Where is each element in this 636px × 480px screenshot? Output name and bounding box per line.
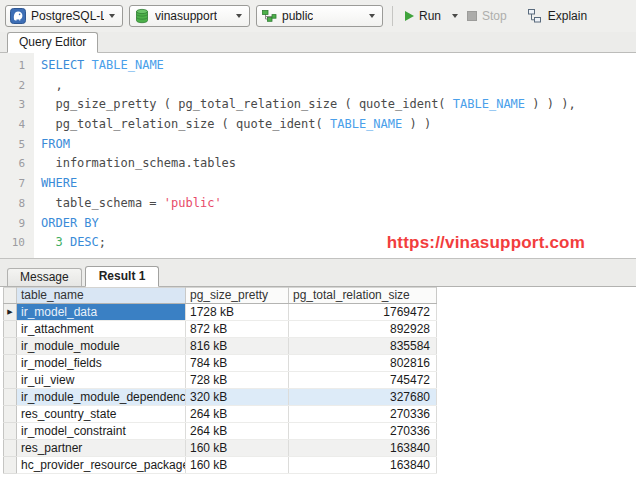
cell-pg_size_pretty[interactable]: 264 kB	[186, 406, 289, 423]
code-line: 3 pg_size_pretty ( pg_total_relation_siz…	[0, 95, 636, 115]
code-line: 7WHERE	[0, 174, 636, 194]
tab-message[interactable]: Message	[7, 268, 82, 286]
row-gutter[interactable]	[4, 355, 17, 372]
table-row: ir_attachment872 kB892928	[4, 321, 437, 338]
row-gutter[interactable]	[4, 321, 17, 338]
row-gutter-header	[4, 288, 17, 304]
line-number: 6	[0, 154, 34, 174]
cell-pg_total_relation_size[interactable]: 163840	[289, 440, 437, 457]
connection-name: PostgreSQL-Local	[31, 9, 104, 23]
cell-pg_size_pretty[interactable]: 728 kB	[186, 372, 289, 389]
cell-pg_size_pretty[interactable]: 264 kB	[186, 423, 289, 440]
line-number: 1	[0, 56, 34, 76]
tab-query-editor[interactable]: Query Editor	[7, 32, 98, 53]
table-row: ▶ir_model_data1728 kB1769472	[4, 304, 437, 321]
selected-row-marker[interactable]: ▶	[4, 304, 17, 321]
code-text: pg_total_relation_size ( quote_ident( TA…	[34, 115, 431, 135]
main-toolbar: PostgreSQL-Local vinasupport	[0, 0, 636, 32]
cell-pg_size_pretty[interactable]: 1728 kB	[186, 304, 289, 321]
line-number: 4	[0, 115, 34, 135]
cell-pg_total_relation_size[interactable]: 270336	[289, 406, 437, 423]
row-gutter[interactable]	[4, 389, 17, 406]
row-gutter[interactable]	[4, 440, 17, 457]
chevron-down-icon	[236, 14, 242, 18]
code-text: table_schema = 'public'	[34, 194, 222, 214]
line-number: 2	[0, 76, 34, 96]
cell-table_name[interactable]: ir_model_fields	[17, 355, 186, 372]
database-name: vinasupport	[155, 9, 217, 23]
postgresql-icon	[10, 8, 26, 24]
cell-pg_total_relation_size[interactable]: 327680	[289, 389, 437, 406]
result-1-tab-label: Result 1	[99, 269, 146, 283]
message-tab-label: Message	[20, 270, 69, 284]
sql-editor[interactable]: 1SELECT TABLE_NAME2 ,3 pg_size_pretty ( …	[0, 53, 636, 258]
run-label: Run	[419, 9, 441, 23]
cell-table_name[interactable]: hc_provider_resource_package	[17, 457, 186, 474]
cell-table_name[interactable]: res_partner	[17, 440, 186, 457]
cell-table_name[interactable]: res_country_state	[17, 406, 186, 423]
table-row: res_country_state264 kB270336	[4, 406, 437, 423]
code-text: FROM	[34, 135, 70, 155]
play-icon	[405, 11, 414, 21]
cell-pg_total_relation_size[interactable]: 802816	[289, 355, 437, 372]
cell-pg_size_pretty[interactable]: 816 kB	[186, 338, 289, 355]
code-text: ,	[34, 76, 63, 96]
cell-pg_total_relation_size[interactable]: 892928	[289, 321, 437, 338]
database-selector[interactable]: vinasupport	[129, 5, 250, 27]
tab-result-1[interactable]: Result 1	[85, 266, 160, 287]
cell-table_name[interactable]: ir_module_module	[17, 338, 186, 355]
column-header-table_name[interactable]: table_name	[17, 288, 186, 304]
line-number: 9	[0, 214, 34, 234]
results-tabbar: Message Result 1	[0, 266, 636, 287]
code-line: 5FROM	[0, 135, 636, 155]
row-gutter[interactable]	[4, 338, 17, 355]
stop-button[interactable]: Stop	[464, 9, 510, 23]
column-header-pg_total_relation_size[interactable]: pg_total_relation_size	[289, 288, 437, 304]
explain-button[interactable]: Explain	[524, 8, 590, 24]
cell-table_name[interactable]: ir_module_module_dependency	[17, 389, 186, 406]
cell-pg_total_relation_size[interactable]: 1769472	[289, 304, 437, 321]
schema-selector[interactable]: public	[256, 5, 383, 27]
editor-results-splitter[interactable]	[0, 258, 636, 266]
cell-table_name[interactable]: ir_model_constraint	[17, 423, 186, 440]
code-text: WHERE	[34, 174, 77, 194]
toolbar-separator	[392, 6, 393, 26]
table-row: ir_module_module_dependency320 kB327680	[4, 389, 437, 406]
row-gutter[interactable]	[4, 423, 17, 440]
code-text: ORDER BY	[34, 214, 99, 234]
cell-pg_size_pretty[interactable]: 320 kB	[186, 389, 289, 406]
cell-pg_total_relation_size[interactable]: 745472	[289, 372, 437, 389]
cell-pg_size_pretty[interactable]: 160 kB	[186, 457, 289, 474]
cell-pg_size_pretty[interactable]: 160 kB	[186, 440, 289, 457]
cell-table_name[interactable]: ir_attachment	[17, 321, 186, 338]
cell-table_name[interactable]: ir_ui_view	[17, 372, 186, 389]
query-editor-tab-label: Query Editor	[19, 35, 86, 49]
row-gutter[interactable]	[4, 406, 17, 423]
cell-table_name[interactable]: ir_model_data	[17, 304, 186, 321]
editor-lines: 1SELECT TABLE_NAME2 ,3 pg_size_pretty ( …	[0, 53, 636, 253]
explain-plan-icon	[527, 8, 543, 24]
schema-name: public	[282, 9, 313, 23]
code-text: pg_size_pretty ( pg_total_relation_size …	[34, 95, 576, 115]
code-line: 1SELECT TABLE_NAME	[0, 56, 636, 76]
cell-pg_size_pretty[interactable]: 784 kB	[186, 355, 289, 372]
line-number: 3	[0, 95, 34, 115]
database-icon	[134, 8, 150, 24]
row-gutter[interactable]	[4, 457, 17, 474]
table-row: hc_provider_resource_package160 kB163840	[4, 457, 437, 474]
code-line: 6 information_schema.tables	[0, 154, 636, 174]
line-number: 7	[0, 174, 34, 194]
table-row: ir_ui_view728 kB745472	[4, 372, 437, 389]
table-row: res_partner160 kB163840	[4, 440, 437, 457]
cell-pg_total_relation_size[interactable]: 835584	[289, 338, 437, 355]
cell-pg_size_pretty[interactable]: 872 kB	[186, 321, 289, 338]
code-line: 2 ,	[0, 76, 636, 96]
run-button[interactable]: Run	[402, 9, 444, 23]
cell-pg_total_relation_size[interactable]: 270336	[289, 423, 437, 440]
cell-pg_total_relation_size[interactable]: 163840	[289, 457, 437, 474]
connection-selector[interactable]: PostgreSQL-Local	[5, 5, 123, 27]
run-options-chevron-icon[interactable]	[452, 14, 458, 18]
column-header-pg_size_pretty[interactable]: pg_size_pretty	[186, 288, 289, 304]
sql-client-window: PostgreSQL-Local vinasupport	[0, 0, 636, 480]
row-gutter[interactable]	[4, 372, 17, 389]
